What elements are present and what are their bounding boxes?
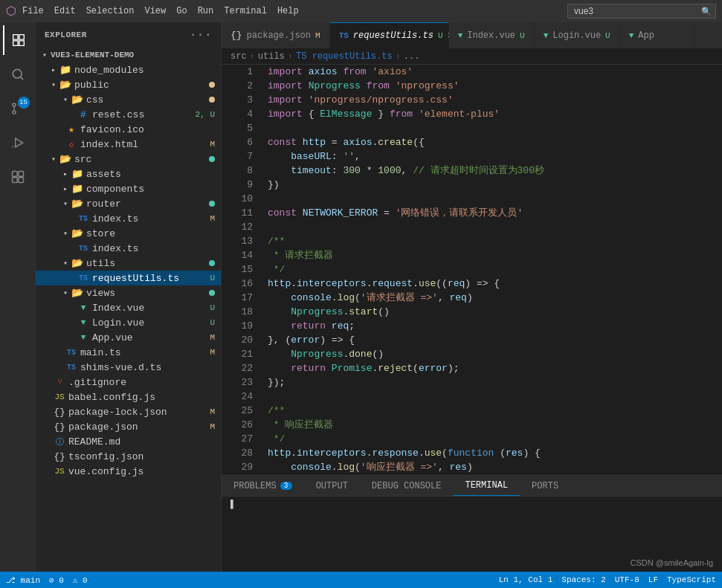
bottom-panel: PROBLEMS 3 OUTPUT DEBUG CONSOLE TERMINAL… <box>222 475 722 572</box>
sidebar-item-login-vue[interactable]: ▼ Login.vue U <box>36 315 221 330</box>
css-dot <box>209 97 215 103</box>
tab-index-vue[interactable]: ▼ Index.vue U <box>449 22 535 48</box>
menu-view[interactable]: View <box>144 6 166 16</box>
sidebar-item-babel-config[interactable]: JS babel.config.js <box>36 390 221 404</box>
sidebar-item-request-utils[interactable]: TS requestUtils.ts U <box>36 271 221 285</box>
tab-bar: {} package.json M TS requestUtils.ts U ×… <box>222 22 722 48</box>
sidebar-item-store-index[interactable]: TS index.ts <box>36 241 221 256</box>
tab-package-json[interactable]: {} package.json M <box>222 22 330 48</box>
panel-tab-terminal[interactable]: TERMINAL <box>453 476 520 496</box>
search-input[interactable] <box>567 4 716 19</box>
status-spaces[interactable]: Spaces: 2 <box>561 575 605 584</box>
search-activity-icon[interactable] <box>3 59 33 89</box>
sidebar-item-app-vue[interactable]: ▼ App.vue M <box>36 330 221 345</box>
sidebar-item-utils[interactable]: ▾ 📂 utils <box>36 256 221 271</box>
svg-rect-6 <box>12 178 17 183</box>
status-branch[interactable]: ⎇ main <box>6 575 40 585</box>
panel-tab-problems[interactable]: PROBLEMS 3 <box>222 476 304 496</box>
code-line-16: http.interceptors.request.use((req) => { <box>268 277 713 291</box>
sidebar-item-package-json[interactable]: {} package.json M <box>36 419 221 434</box>
menu-run[interactable]: Run <box>198 6 214 16</box>
code-line-26: * 响应拦截器 <box>268 418 713 432</box>
ts-file-icon: TS <box>65 346 77 358</box>
code-line-12 <box>268 220 713 234</box>
git-icon: ⑂ <box>54 376 65 388</box>
breadcrumb-more[interactable]: ... <box>404 51 420 62</box>
tab-request-utils-label: requestUtils.ts <box>353 30 433 41</box>
vue-file-icon: ▼ <box>77 332 89 343</box>
code-content[interactable]: import axios from 'axios' import Nprogre… <box>259 65 722 475</box>
sidebar-item-favicon[interactable]: ★ favicon.ico <box>36 122 221 137</box>
package-json-badge: M <box>210 422 215 431</box>
ts-tab-icon: TS <box>339 31 349 40</box>
menu-selection[interactable]: Selection <box>86 6 135 16</box>
sidebar-item-reset-css[interactable]: # reset.css 2, U <box>36 107 221 122</box>
source-control-activity-icon[interactable]: 15 <box>3 94 33 123</box>
terminal-label: TERMINAL <box>465 480 508 491</box>
menu-file[interactable]: File <box>22 6 44 16</box>
sidebar-item-router-index[interactable]: TS index.ts M <box>36 211 221 226</box>
editor-area: {} package.json M TS requestUtils.ts U ×… <box>222 22 722 572</box>
sidebar-item-src[interactable]: ▾ 📂 src <box>36 152 221 167</box>
sidebar-item-package-lock[interactable]: {} package-lock.json M <box>36 404 221 419</box>
sidebar-item-views[interactable]: ▾ 📂 views <box>36 285 221 300</box>
breadcrumb-utils[interactable]: utils <box>258 51 285 62</box>
code-line-20: }, (error) => { <box>268 333 713 347</box>
code-line-9: }) <box>268 178 713 192</box>
status-warnings[interactable]: ⚠ 0 <box>73 575 88 585</box>
status-line-col[interactable]: Ln 1, Col 1 <box>499 575 553 584</box>
ts-file-icon: TS <box>65 361 77 373</box>
sidebar-item-shims-vue[interactable]: TS shims-vue.d.ts <box>36 360 221 375</box>
sidebar-item-store[interactable]: ▾ 📂 store <box>36 226 221 241</box>
code-line-25: /** <box>268 404 713 418</box>
sidebar-item-public[interactable]: ▾ 📂 public <box>36 77 221 92</box>
sidebar-item-css[interactable]: ▾ 📂 css <box>36 92 221 107</box>
public-dot <box>209 82 215 88</box>
breadcrumb-file[interactable]: TS requestUtils.ts <box>296 51 393 62</box>
vue-file-icon: ▼ <box>77 317 89 329</box>
sidebar-item-readme[interactable]: ⓘ README.md <box>36 434 221 449</box>
panel-tab-output[interactable]: OUTPUT <box>304 476 360 496</box>
tab-app-vue[interactable]: ▼ App <box>620 22 694 48</box>
status-language[interactable]: TypeScript <box>667 575 716 584</box>
tab-app-vue-label: App <box>638 30 654 41</box>
tab-login-vue[interactable]: ▼ Login.vue U <box>535 22 620 48</box>
sidebar-item-node-modules[interactable]: ▸ 📁 node_modules <box>36 62 221 77</box>
extensions-activity-icon[interactable] <box>3 162 33 192</box>
breadcrumb-src[interactable]: src <box>231 51 247 62</box>
tab-index-vue-label: Index.vue <box>467 30 515 41</box>
status-line-ending[interactable]: LF <box>648 575 658 584</box>
vue-tab-icon: ▼ <box>458 31 463 40</box>
sidebar-more-button[interactable]: ··· <box>190 28 212 42</box>
panel-tab-ports[interactable]: PORTS <box>520 476 570 496</box>
sidebar-item-components[interactable]: ▸ 📁 components <box>36 181 221 196</box>
search-wrapper: 🔍 <box>567 4 716 19</box>
panel-tab-debug-console[interactable]: DEBUG CONSOLE <box>360 476 454 496</box>
explorer-activity-icon[interactable] <box>3 25 33 55</box>
run-activity-icon[interactable] <box>3 128 33 158</box>
sidebar-item-router[interactable]: ▾ 📂 router <box>36 196 221 211</box>
menu-go[interactable]: Go <box>176 6 187 16</box>
watermark: CSDN @smileAgain-lg <box>631 558 713 567</box>
menu-help[interactable]: Help <box>277 6 299 16</box>
sidebar-item-assets[interactable]: ▸ 📁 assets <box>36 167 221 181</box>
status-encoding[interactable]: UTF-8 <box>615 575 639 584</box>
vue-file-icon: ▼ <box>77 302 89 314</box>
sidebar-item-gitignore[interactable]: ⑂ .gitignore <box>36 375 221 390</box>
sidebar-item-tsconfig[interactable]: {} tsconfig.json <box>36 449 221 464</box>
menu-edit[interactable]: Edit <box>54 6 76 16</box>
code-editor[interactable]: 12345 678910 1112131415 1617181920 21222… <box>222 65 722 475</box>
menu-terminal[interactable]: Terminal <box>224 6 267 16</box>
folder-open-icon: 📂 <box>59 79 71 91</box>
json-file-icon: {} <box>54 421 65 433</box>
tab-request-utils[interactable]: TS requestUtils.ts U × <box>330 22 449 48</box>
code-line-10 <box>268 192 713 206</box>
sidebar-item-main-ts[interactable]: TS main.ts M <box>36 345 221 360</box>
sidebar-item-vue-config[interactable]: JS vue.config.js <box>36 464 221 479</box>
tab-package-json-badge: M <box>315 31 320 40</box>
sidebar-item-index-vue[interactable]: ▼ Index.vue U <box>36 300 221 315</box>
sidebar-item-index-html[interactable]: ◇ index.html M <box>36 137 221 152</box>
sidebar-item-root[interactable]: ▾ VUE3-ELEMENT-DEMO <box>36 48 221 62</box>
md-file-icon: ⓘ <box>54 436 65 448</box>
status-errors[interactable]: ⊘ 0 <box>49 575 64 585</box>
